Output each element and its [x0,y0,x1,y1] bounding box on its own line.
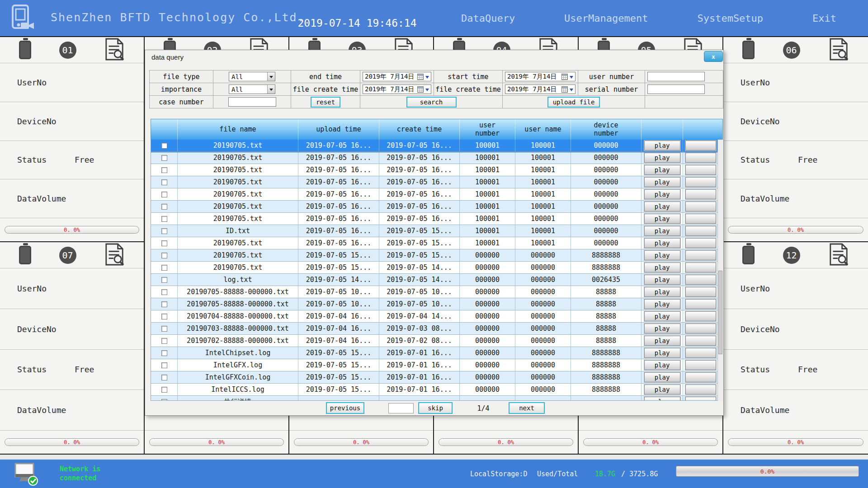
table-scrollbar[interactable] [717,140,723,401]
menu-item[interactable]: UserManagement [564,13,648,24]
table-row[interactable]: IntelGFX.log 2019-07-05 15... 2019-07-01… [151,359,718,371]
chevron-down-icon[interactable] [570,76,573,80]
play-button[interactable]: play [644,311,680,321]
chevron-down-icon[interactable] [425,76,429,80]
extra-action-button[interactable] [685,226,716,236]
chevron-down-icon[interactable] [267,85,275,94]
serial-number-input[interactable] [647,84,705,94]
play-button[interactable]: play [644,299,680,309]
play-button[interactable]: play [644,141,680,150]
row-checkbox[interactable] [161,240,167,246]
extra-action-button[interactable] [685,287,716,297]
extra-action-button[interactable] [685,189,716,199]
extra-action-button[interactable] [685,214,716,224]
file-create-time-picker-1[interactable]: 2019年 7月14日 [363,84,431,94]
extra-action-button[interactable] [685,372,716,382]
play-button[interactable]: play [644,287,680,297]
row-checkbox[interactable] [161,301,167,307]
table-row[interactable]: 20190705.txt 2019-07-05 15... 2019-07-05… [151,262,718,274]
row-checkbox[interactable] [161,179,167,185]
extra-action-button[interactable] [685,202,716,211]
extra-action-button[interactable] [685,324,716,333]
play-button[interactable]: play [644,263,680,272]
row-checkbox[interactable] [161,350,167,356]
extra-action-button[interactable] [685,263,716,272]
menu-item[interactable]: SystemSetup [697,13,763,24]
extra-action-button[interactable] [685,360,716,370]
extra-action-button[interactable] [685,141,716,150]
row-checkbox[interactable] [161,289,167,295]
table-row[interactable]: IntelGFXCoin.log 2019-07-05 15... 2019-0… [151,371,718,384]
file-create-time-picker-2[interactable]: 2019年 7月14日 [505,84,576,94]
table-row[interactable]: IntelICCS.log 2019-07-05 15... 2019-07-0… [151,384,718,396]
table-row[interactable]: 20190703-88888-000000.txt 2019-07-04 16.… [151,323,718,335]
extra-action-button[interactable] [685,385,716,394]
play-button[interactable]: play [644,250,680,260]
row-checkbox[interactable] [161,277,167,283]
row-checkbox[interactable] [161,338,167,344]
scrollbar-thumb[interactable] [718,271,722,354]
importance-select[interactable]: All [229,84,275,94]
table-row[interactable]: 20190705.txt 2019-07-05 16... 2019-07-05… [151,176,718,188]
upload-file-button[interactable]: upload file [547,97,600,108]
start-time-picker[interactable]: 2019年 7月14日 [505,72,576,81]
play-button[interactable]: play [644,214,680,224]
page-input[interactable] [388,403,414,413]
case-number-input[interactable] [228,97,276,107]
play-button[interactable]: play [644,385,680,394]
row-checkbox[interactable] [161,314,167,319]
row-checkbox[interactable] [161,204,167,210]
table-row[interactable]: 执行详情 play [151,396,718,401]
row-checkbox[interactable] [161,216,167,222]
table-row[interactable]: 20190705.txt 2019-07-05 16... 2019-07-05… [151,188,718,201]
play-button[interactable]: play [644,275,680,285]
table-row[interactable]: 20190705.txt 2019-07-05 16... 2019-07-05… [151,152,718,164]
chevron-down-icon[interactable] [570,89,573,93]
row-checkbox[interactable] [161,362,167,368]
table-row[interactable]: 20190705.txt 2019-07-05 15... 2019-07-05… [151,249,718,262]
row-checkbox[interactable] [161,228,167,234]
table-row[interactable]: 20190705.txt 2019-07-05 16... 2019-07-05… [151,237,718,249]
play-button[interactable]: play [644,153,680,163]
extra-action-button[interactable] [685,153,716,163]
file-search-icon[interactable] [104,38,125,62]
table-row[interactable]: log.txt 2019-07-05 14... 2019-07-05 14..… [151,274,718,286]
table-row[interactable]: 20190704-88888-000000.txt 2019-07-04 16.… [151,310,718,323]
extra-action-button[interactable] [685,165,716,175]
row-checkbox[interactable] [161,253,167,258]
play-button[interactable]: play [644,165,680,175]
file-type-select[interactable]: All [229,72,275,81]
table-row[interactable]: 20190705-88888-000000.txt 2019-07-05 10.… [151,298,718,310]
chevron-down-icon[interactable] [267,72,275,81]
extra-action-button[interactable] [685,177,716,187]
chevron-down-icon[interactable] [425,89,429,93]
row-checkbox[interactable] [161,326,167,332]
row-checkbox[interactable] [161,387,167,393]
user-number-input[interactable] [647,72,705,81]
play-button[interactable]: play [644,226,680,236]
table-row[interactable]: 20190702-88888-000000.txt 2019-07-04 16.… [151,335,718,347]
row-checkbox[interactable] [161,167,167,173]
play-button[interactable]: play [644,348,680,358]
row-checkbox[interactable] [161,375,167,380]
table-row[interactable]: 20190705.txt 2019-07-05 16... 2019-07-05… [151,140,718,152]
play-button[interactable]: play [644,324,680,333]
row-checkbox[interactable] [161,265,167,271]
extra-action-button[interactable] [685,397,716,401]
extra-action-button[interactable] [685,336,716,346]
play-button[interactable]: play [644,202,680,211]
next-button[interactable]: next [509,402,545,414]
play-button[interactable]: play [644,360,680,370]
play-button[interactable]: play [644,238,680,248]
row-checkbox[interactable] [161,155,167,161]
extra-action-button[interactable] [685,348,716,358]
extra-action-button[interactable] [685,275,716,285]
close-button[interactable]: x [704,51,723,62]
row-checkbox[interactable] [161,143,167,149]
extra-action-button[interactable] [685,299,716,309]
table-row[interactable]: 20190705.txt 2019-07-05 16... 2019-07-05… [151,164,718,176]
play-button[interactable]: play [644,177,680,187]
play-button[interactable]: play [644,189,680,199]
previous-button[interactable]: previous [326,402,364,414]
extra-action-button[interactable] [685,311,716,321]
